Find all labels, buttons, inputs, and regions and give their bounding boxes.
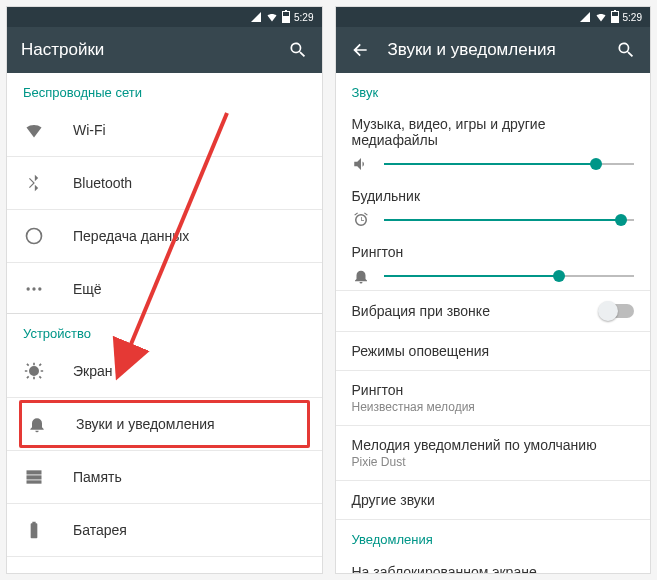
section-sound: Звук: [336, 73, 651, 106]
ring-volume: Рингтон: [336, 234, 651, 290]
svg-rect-5: [27, 480, 42, 483]
app-bar: Настройки: [7, 27, 322, 73]
section-notif: Уведомления: [336, 520, 651, 553]
other-sounds-item[interactable]: Другие звуки: [336, 481, 651, 519]
battery-item[interactable]: Батарея: [7, 506, 322, 554]
battery-icon: [23, 519, 45, 541]
signal-icon: [579, 11, 591, 23]
wifi-item[interactable]: Wi-Fi: [7, 106, 322, 154]
svg-point-1: [32, 287, 35, 290]
bluetooth-icon: [23, 172, 45, 194]
apps-item[interactable]: Приложения: [7, 559, 322, 573]
sound-list: Звук Музыка, видео, игры и другие медиаф…: [336, 73, 651, 573]
lock-title: На заблокированном экране: [352, 564, 635, 573]
display-icon: [23, 360, 45, 382]
data-icon: [23, 225, 45, 247]
divider: [7, 156, 322, 157]
other-label: Другие звуки: [352, 492, 635, 508]
search-button[interactable]: [616, 40, 636, 60]
sound-settings-screen: 5:29 Звуки и уведомления Звук Музыка, ви…: [335, 6, 652, 574]
divider: [7, 503, 322, 504]
wifi-icon: [23, 119, 45, 141]
divider: [7, 397, 322, 398]
bluetooth-item[interactable]: Bluetooth: [7, 159, 322, 207]
interrupt-item[interactable]: Режимы оповещения: [336, 332, 651, 370]
display-label: Экран: [73, 363, 113, 379]
page-title: Настройки: [21, 40, 104, 60]
storage-icon: [23, 466, 45, 488]
divider: [7, 556, 322, 557]
media-label: Музыка, видео, игры и другие медиафайлы: [352, 116, 635, 148]
signal-icon: [250, 11, 262, 23]
section-device: Устройство: [7, 314, 322, 347]
lock-notif-item[interactable]: На заблокированном экране Показывать уве…: [336, 553, 651, 573]
more-item[interactable]: Ещё: [7, 265, 322, 313]
data-label: Передача данных: [73, 228, 189, 244]
ringtone-sub: Неизвестная мелодия: [352, 400, 635, 414]
battery-icon: [282, 11, 290, 23]
divider: [7, 209, 322, 210]
bell-icon: [352, 267, 370, 285]
back-button[interactable]: [350, 40, 370, 60]
bluetooth-label: Bluetooth: [73, 175, 132, 191]
media-volume: Музыка, видео, игры и другие медиафайлы: [336, 106, 651, 178]
vibrate-item[interactable]: Вибрация при звонке: [336, 291, 651, 331]
svg-point-2: [38, 287, 41, 290]
status-bar: 5:29: [336, 7, 651, 27]
wifi-icon: [595, 11, 607, 23]
more-icon: [23, 278, 45, 300]
data-usage-item[interactable]: Передача данных: [7, 212, 322, 260]
alarm-volume: Будильник: [336, 178, 651, 234]
volume-icon: [352, 155, 370, 173]
svg-point-0: [27, 287, 30, 290]
notif-sound-title: Мелодия уведомлений по умолчанию: [352, 437, 635, 453]
clock: 5:29: [294, 12, 313, 23]
ringtone-title: Рингтон: [352, 382, 635, 398]
display-item[interactable]: Экран: [7, 347, 322, 395]
settings-list: Беспроводные сети Wi-Fi Bluetooth Переда…: [7, 73, 322, 573]
svg-rect-4: [27, 475, 42, 479]
status-bar: 5:29: [7, 7, 322, 27]
highlight-box: Звуки и уведомления: [19, 400, 310, 448]
sound-label: Звуки и уведомления: [76, 416, 215, 432]
vibrate-switch[interactable]: [600, 304, 634, 318]
svg-rect-3: [27, 470, 42, 474]
wifi-icon: [266, 11, 278, 23]
bell-icon: [26, 413, 48, 435]
notif-sound-sub: Pixie Dust: [352, 455, 635, 469]
sound-item[interactable]: Звуки и уведомления: [26, 413, 303, 435]
wifi-label: Wi-Fi: [73, 122, 106, 138]
interrupt-label: Режимы оповещения: [352, 343, 635, 359]
settings-screen: 5:29 Настройки Беспроводные сети Wi-Fi B…: [6, 6, 323, 574]
more-label: Ещё: [73, 281, 102, 297]
divider: [7, 450, 322, 451]
ring-slider[interactable]: [384, 266, 635, 286]
page-title: Звуки и уведомления: [388, 40, 556, 60]
battery-label: Батарея: [73, 522, 127, 538]
vibrate-label: Вибрация при звонке: [352, 303, 490, 319]
alarm-label: Будильник: [352, 188, 635, 204]
clock: 5:29: [623, 12, 642, 23]
alarm-slider[interactable]: [384, 210, 635, 230]
app-bar: Звуки и уведомления: [336, 27, 651, 73]
apps-icon: [23, 572, 45, 573]
section-wireless: Беспроводные сети: [7, 73, 322, 106]
ringtone-item[interactable]: Рингтон Неизвестная мелодия: [336, 371, 651, 425]
battery-icon: [611, 11, 619, 23]
notif-sound-item[interactable]: Мелодия уведомлений по умолчанию Pixie D…: [336, 426, 651, 480]
ring-label: Рингтон: [352, 244, 635, 260]
search-button[interactable]: [288, 40, 308, 60]
storage-label: Память: [73, 469, 122, 485]
storage-item[interactable]: Память: [7, 453, 322, 501]
media-slider[interactable]: [384, 154, 635, 174]
alarm-icon: [352, 211, 370, 229]
divider: [7, 262, 322, 263]
